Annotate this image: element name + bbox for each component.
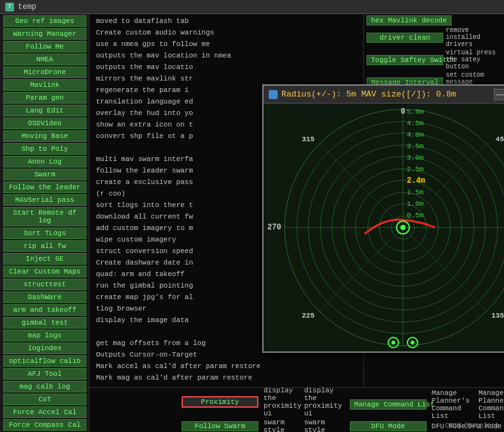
desc-14: create a exclusive pass (92, 176, 193, 188)
sidebar-item-start-remote-df-log[interactable]: Start Remote df log (3, 207, 86, 226)
desc-22: quad: arm and takeoff (92, 268, 185, 280)
desc-19: wipe custom imagery (92, 234, 176, 245)
sidebar-item-osdvideo[interactable]: OSDVideo (3, 118, 86, 129)
compass-nw: 315 (302, 135, 315, 143)
sidebar-item-opticalflow-calib[interactable]: opticalflow calib (3, 355, 86, 367)
desc-0: moved to dataflash tab (92, 15, 189, 27)
sidebar-item-anon-log[interactable]: Anon Log (3, 156, 86, 167)
right-row-2: Toggle Saftey Switch virtual press the s… (366, 49, 501, 70)
desc-3: outputs the mav location in nmea (92, 50, 231, 61)
bottom-panel: Proximity display the proximity ui displ… (90, 387, 504, 432)
desc-20: struct conversion speed (92, 245, 193, 257)
sidebar-item-swarm[interactable]: Swarm (3, 169, 86, 180)
radar-body: 0 90 270 45 315 135 225 (264, 104, 504, 351)
follow-swarm-button[interactable]: Follow Swarm (182, 421, 258, 431)
sidebar-item-afj-tool[interactable]: AFJ Tool (3, 368, 86, 380)
follow-swarm-desc: swarm style (264, 419, 301, 433)
manage-command-list-button[interactable]: Manage Command List (350, 399, 427, 410)
desc-21: Create dashware date in (92, 257, 193, 268)
driver-clean-desc: remove installed drivers (446, 27, 501, 48)
radar-app-icon (269, 90, 278, 99)
sidebar-item-warning-manager[interactable]: Warning Manager (3, 28, 86, 40)
radar-window-controls: — □ ✕ (494, 89, 504, 100)
proximity-button[interactable]: Proximity (182, 396, 258, 408)
sidebar-item-shp-to-poly[interactable]: Shp to Poly (3, 143, 86, 155)
sidebar-item-mag-calb-log[interactable]: mag calb log (3, 381, 86, 392)
desc-23: run the gimbal pointing (92, 280, 193, 291)
sidebar-item-rip-all-fw[interactable]: rip all fw (3, 240, 86, 252)
sidebar-item-force-accel-cal[interactable]: Force Accel Cal (3, 406, 86, 418)
desc-30: Mark accel as cal'd after param restore (92, 360, 260, 372)
sidebar-item-lang-edit[interactable]: Lang Edit (3, 105, 86, 116)
radar-display: 5.0m 4.5m 4.0m 3.5m 3.0m 2.5m 2.4m 1.5m … (281, 106, 504, 349)
svg-point-30 (411, 341, 414, 344)
sidebar-item-follow-the-leader[interactable]: Follow the leader (3, 181, 86, 193)
sidebar-item-geo-ref-images[interactable]: Geo ref images (3, 15, 86, 27)
driver-clean-button[interactable]: driver clean (366, 33, 443, 43)
main-layout: Geo ref images Warning Manager Follow Me… (0, 14, 504, 432)
desc-4: outputs the mav locatio (92, 61, 193, 73)
svg-text:2.4m: 2.4m (407, 176, 425, 185)
right-row-1: driver clean remove installed drivers (366, 27, 501, 48)
desc-13: follow the leader swarm (92, 165, 193, 176)
sidebar-item-follow-me[interactable]: Follow Me (3, 41, 86, 52)
sidebar-item-cot[interactable]: CoT (3, 394, 86, 405)
desc-26: display the image data (92, 314, 189, 326)
sidebar-item-mavlink[interactable]: Mavlink (3, 79, 86, 91)
sidebar-item-param-gen[interactable]: Param gen (3, 92, 86, 104)
bottom-row-follow-swarm: Follow Swarm swarm style swarm style (182, 419, 342, 433)
sidebar-item-gimbal-test[interactable]: gimbal test (3, 317, 86, 328)
svg-text:4.5m: 4.5m (407, 120, 424, 127)
desc-7: translation language ed (92, 96, 193, 107)
svg-text:3.0m: 3.0m (407, 154, 424, 162)
desc-17: download all current fw (92, 211, 193, 222)
sidebar-item-map-logs[interactable]: map logs (3, 330, 86, 341)
desc-31: Mark mag as cal'd after param restore (92, 372, 252, 383)
desc-9: show an extra icon on t (92, 119, 193, 130)
sidebar-item-logindex[interactable]: logindex (3, 343, 86, 354)
sidebar-item-inject-ge[interactable]: Inject GE (3, 253, 86, 265)
desc-2: use a nmea gps to follow me (92, 38, 210, 50)
desc-28: get mag offsets from a log (92, 337, 206, 349)
svg-text:5.0m: 5.0m (407, 108, 424, 116)
desc-5: mirrors the mavlink str (92, 73, 193, 84)
dfu-mode-button[interactable]: DFU Mode (350, 421, 427, 431)
hex-mavlink-decode-button[interactable]: hex Mavlink decode (366, 15, 452, 26)
sidebar-item-arm-and-takeoff[interactable]: arm and takeoff (3, 304, 86, 316)
right-row-0: hex Mavlink decode (366, 15, 501, 26)
sidebar-item-clear-custom-maps[interactable]: Clear Custom Maps (3, 266, 86, 277)
proximity-desc: display the proximity ui (264, 387, 301, 417)
desc-6: regenerate the param i (92, 84, 189, 96)
desc-24: create map jpg's for al (92, 291, 193, 303)
svg-text:1.5m: 1.5m (407, 189, 424, 196)
toggle-safety-desc: virtual press the satey button (446, 49, 501, 70)
desc-8: overlay the hud into yo (92, 107, 193, 119)
radar-titlebar: Radius(+/-): 5m MAV size([/]): 0.8m — □ … (264, 86, 504, 104)
sidebar-item-moving-base[interactable]: Moving Base (3, 130, 86, 142)
desc-15: (r coo) (92, 188, 125, 199)
svg-text:1.0m: 1.0m (407, 200, 424, 208)
compass-se: 135 (491, 312, 504, 320)
sidebar-item-sort-tlogs[interactable]: Sort TLogs (3, 228, 86, 239)
desc-29: Outputs Cursor-on-Target (92, 349, 197, 360)
desc-16: sort tlogs into there t (92, 199, 193, 211)
sidebar-item-microdrone[interactable]: MicroDrone (3, 66, 86, 78)
sidebar-item-nmea[interactable]: NMEA (3, 54, 86, 65)
svg-text:2.5m: 2.5m (407, 166, 424, 173)
sidebar: Geo ref images Warning Manager Follow Me… (0, 14, 90, 432)
sidebar-item-structtest[interactable]: structtest (3, 279, 86, 290)
compass-sw: 225 (302, 312, 315, 320)
sidebar-item-force-compass-cal[interactable]: Force Compass Cal (3, 419, 86, 431)
radar-popup: Radius(+/-): 5m MAV size([/]): 0.8m — □ … (262, 84, 504, 353)
desc-1: Create custom audio warnings (92, 27, 214, 38)
sidebar-item-mavserial-pass[interactable]: MAVSerial pass (3, 194, 86, 206)
toggle-safety-switch-button[interactable]: Toggle Saftey Switch (366, 55, 443, 65)
sidebar-item-dashware[interactable]: DashWare (3, 291, 86, 303)
radar-minimize-button[interactable]: — (494, 89, 504, 100)
desc-18: add custom imagery to m (92, 222, 193, 234)
radar-title-area: Radius(+/-): 5m MAV size([/]): 0.8m (269, 89, 456, 99)
app-icon: T (5, 3, 14, 12)
compass-ne: 45 (496, 135, 504, 143)
bottom-left-col: Proximity display the proximity ui displ… (182, 387, 342, 433)
desc-10: convert shp file ot a p (92, 130, 193, 142)
